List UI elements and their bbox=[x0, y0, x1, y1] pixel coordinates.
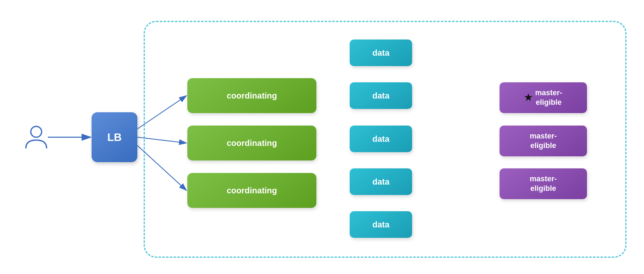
master-label-2: master-eligible bbox=[530, 131, 557, 151]
lb-to-coord1-arrow bbox=[137, 96, 186, 129]
coordinating-label-1: coordinating bbox=[226, 91, 277, 101]
data-label-2: data bbox=[372, 91, 389, 101]
data-node-4: data bbox=[350, 168, 412, 195]
master-star-icon: ★ bbox=[524, 92, 532, 103]
data-label-3: data bbox=[372, 134, 389, 144]
master-label-3: master-eligible bbox=[530, 174, 557, 194]
user-icon bbox=[22, 123, 51, 152]
master-node-1: ★ master-eligible bbox=[500, 82, 587, 113]
data-node-1: data bbox=[350, 39, 412, 66]
coordinating-node-2: coordinating bbox=[187, 126, 316, 160]
data-label-5: data bbox=[372, 220, 389, 230]
master-node-2: master-eligible bbox=[500, 126, 587, 156]
coordinating-node-3: coordinating bbox=[187, 173, 316, 208]
lb-to-coord2-arrow bbox=[137, 137, 186, 143]
svg-point-1 bbox=[31, 126, 42, 137]
master-node-3: master-eligible bbox=[500, 168, 587, 199]
coordinating-label-2: coordinating bbox=[226, 138, 277, 148]
data-label-4: data bbox=[372, 177, 389, 187]
data-label-1: data bbox=[372, 48, 389, 58]
lb-to-coord3-arrow bbox=[137, 146, 186, 190]
data-node-3: data bbox=[350, 126, 412, 152]
coordinating-label-3: coordinating bbox=[226, 186, 277, 195]
diagram-container: LB coordinating coordinating coordinatin… bbox=[0, 0, 644, 274]
coordinating-node-1: coordinating bbox=[187, 78, 316, 113]
data-node-5: data bbox=[350, 211, 412, 238]
data-node-2: data bbox=[350, 82, 412, 109]
lb-label: LB bbox=[107, 131, 122, 144]
master-label-1: master-eligible bbox=[535, 88, 562, 108]
lb-node: LB bbox=[92, 112, 137, 162]
